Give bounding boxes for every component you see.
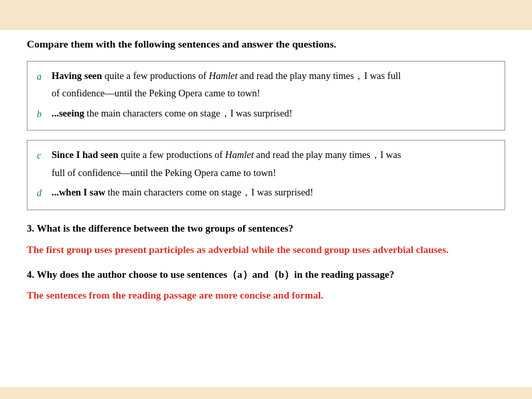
sentence-row-b: b ...seeing the main characters come on …: [37, 106, 495, 123]
sentence-box-2: c Since I had seen quite a few productio…: [27, 140, 505, 210]
question-4: 4. Why does the author choose to use sen…: [27, 267, 505, 283]
sentence-c-bold: Since I had seen: [52, 149, 119, 160]
sentence-c-part2: and read the play many times，I was: [254, 149, 401, 160]
sentence-a-text: Having seen quite a few productions of H…: [52, 68, 495, 84]
label-b: b: [37, 106, 52, 123]
sentence-a-continuation: of confidence—until the Peking Opera cam…: [37, 86, 495, 101]
sentence-row-a: a Having seen quite a few productions of…: [37, 68, 495, 85]
label-c: c: [37, 147, 52, 164]
sentence-b-bold: ...seeing: [52, 108, 84, 118]
sentence-a-part1: quite a few productions of: [102, 70, 208, 81]
answer-4: The sentences from the reading passage a…: [27, 287, 505, 303]
sentence-c-hamlet: Hamlet: [225, 149, 254, 160]
main-content: Compare them with the following sentence…: [27, 37, 505, 313]
sentence-b-text: ...seeing the main characters come on st…: [52, 106, 495, 121]
bottom-decorative-bar: [0, 387, 532, 399]
sentence-c-continuation: full of confidence—until the Peking Oper…: [37, 165, 495, 181]
sentence-d-text: ...when I saw the main characters come o…: [52, 185, 495, 200]
label-d: d: [37, 185, 52, 202]
sentence-d-bold: ...when I saw: [52, 187, 105, 197]
answer-3: The first group uses present participles…: [27, 242, 505, 258]
label-a: a: [37, 68, 52, 85]
sentence-b-rest: the main characters come on stage，I was …: [84, 108, 293, 118]
sentence-c-part1: quite a few productions of: [119, 149, 225, 160]
instruction-text: Compare them with the following sentence…: [27, 37, 505, 52]
sentence-a-part2: and read the play many times，I was full: [237, 70, 401, 81]
sentence-row-d: d ...when I saw the main characters come…: [37, 185, 495, 202]
question-3: 3. What is the difference between the tw…: [27, 221, 505, 236]
sentence-c-text: Since I had seen quite a few productions…: [52, 147, 495, 163]
sentence-d-rest: the main characters come on stage，I was …: [105, 187, 314, 197]
sentence-row-c: c Since I had seen quite a few productio…: [37, 147, 495, 164]
sentence-a-bold: Having seen: [52, 70, 102, 81]
sentence-box-1: a Having seen quite a few productions of…: [27, 61, 505, 131]
sentence-a-hamlet: Hamlet: [209, 70, 238, 81]
question-section: 3. What is the difference between the tw…: [27, 221, 505, 303]
top-decorative-bar: [0, 0, 532, 30]
